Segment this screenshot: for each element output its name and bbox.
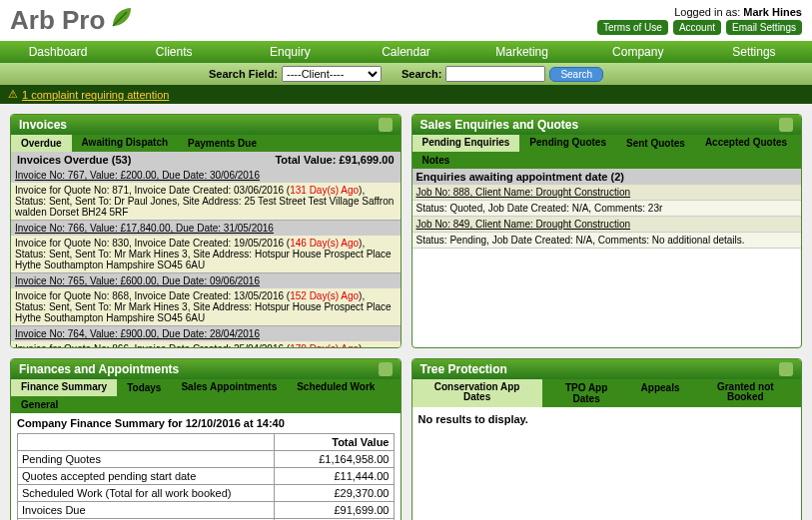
search-button[interactable]: Search: [549, 67, 603, 82]
top-bar: Arb Pro Logged in as: Mark Hines Terms o…: [0, 0, 812, 41]
logged-in-text: Logged in as: Mark Hines: [595, 6, 802, 18]
nav-marketing[interactable]: Marketing: [464, 45, 580, 59]
app-name: Arb Pro: [10, 5, 105, 36]
app-logo: Arb Pro: [10, 4, 135, 37]
tree-header: Tree Protection: [412, 359, 802, 379]
enquiry-job-row[interactable]: Job No: 888, Client Name: Drought Constr…: [412, 185, 802, 201]
tree-tabs: Conservation App Dates TPO App Dates App…: [412, 379, 802, 407]
header-right: Logged in as: Mark Hines Terms of Use Ac…: [595, 6, 802, 35]
invoice-row-body: Invoice for Quote No: 866, Invoice Date …: [11, 341, 401, 347]
invoices-header: Invoices: [11, 115, 401, 135]
tab-granted-not-booked[interactable]: Granted not Booked: [690, 379, 801, 407]
tab-tpo[interactable]: TPO App Dates: [542, 379, 631, 407]
tab-sales-appointments[interactable]: Sales Appointments: [171, 379, 287, 396]
tab-appeals[interactable]: Appeals: [631, 379, 690, 407]
user-name: Mark Hines: [743, 6, 802, 18]
tab-notes[interactable]: Notes: [412, 152, 460, 169]
alert-bar: ⚠ 1 complaint requiring attention: [0, 85, 812, 104]
invoice-row-head[interactable]: Invoice No: 764, Value: £900.00, Due Dat…: [11, 326, 401, 341]
invoice-row-body: Invoice for Quote No: 871, Invoice Date …: [11, 183, 401, 221]
search-bar: Search Field: ----Client---- Search: Sea…: [0, 63, 812, 85]
finance-body: Company Finance Summary for 12/10/2016 a…: [11, 413, 401, 520]
collapse-icon[interactable]: [379, 118, 393, 132]
tab-awaiting-dispatch[interactable]: Awaiting Dispatch: [72, 135, 179, 152]
invoices-subheader: Invoices Overdue (53) Total Value: £91,6…: [11, 152, 401, 168]
search-label: Search:: [402, 68, 441, 80]
tab-pending-quotes[interactable]: Pending Quotes: [519, 135, 616, 152]
enquiries-subheader: Enquiries awaiting appointment date (2): [412, 169, 802, 185]
finance-row: Pending Quotes£1,164,958.00: [18, 451, 395, 468]
collapse-icon[interactable]: [779, 362, 793, 376]
terms-button[interactable]: Terms of Use: [597, 20, 668, 35]
nav-dashboard[interactable]: Dashboard: [0, 45, 116, 59]
search-field-select[interactable]: ----Client----: [282, 66, 382, 82]
tab-conservation[interactable]: Conservation App Dates: [412, 379, 542, 407]
enquiries-tabs: Pending Enquiries Pending Quotes Sent Qu…: [412, 135, 802, 169]
finance-heading: Company Finance Summary for 12/10/2016 a…: [17, 417, 285, 429]
enquiry-status-row: Status: Quoted, Job Date Created: N/A, C…: [412, 201, 802, 217]
invoices-list[interactable]: Invoice No: 767, Value: £200.00, Due Dat…: [11, 168, 401, 347]
tab-finance-summary[interactable]: Finance Summary: [11, 379, 117, 396]
finance-col-header: Total Value: [274, 434, 394, 451]
no-results-text: No results to display.: [412, 407, 802, 431]
finance-row: Scheduled Work (Total for all work booke…: [18, 485, 395, 502]
tab-overdue[interactable]: Overdue: [11, 135, 72, 152]
enquiries-panel: Sales Enquiries and Quotes Pending Enqui…: [411, 114, 803, 348]
warning-icon: ⚠: [8, 88, 18, 101]
tab-todays[interactable]: Todays: [117, 379, 171, 396]
enquiries-header: Sales Enquiries and Quotes: [412, 115, 802, 135]
tab-general[interactable]: General: [11, 396, 68, 413]
tree-panel: Tree Protection Conservation App Dates T…: [411, 358, 803, 520]
nav-enquiry[interactable]: Enquiry: [232, 45, 348, 59]
invoices-total: Total Value: £91,699.00: [275, 154, 394, 166]
collapse-icon[interactable]: [379, 362, 393, 376]
finance-row: Quotes accepted pending start date£11,44…: [18, 468, 395, 485]
finances-header: Finances and Appointments: [11, 359, 401, 379]
collapse-icon[interactable]: [779, 118, 793, 132]
tab-sent-quotes[interactable]: Sent Quotes: [616, 135, 695, 152]
invoices-tabs: Overdue Awaiting Dispatch Payments Due: [11, 135, 401, 152]
enquiries-list[interactable]: Job No: 888, Client Name: Drought Constr…: [412, 185, 802, 344]
search-field-label: Search Field:: [209, 68, 278, 80]
invoices-panel: Invoices Overdue Awaiting Dispatch Payme…: [10, 114, 402, 348]
main-nav: Dashboard Clients Enquiry Calendar Marke…: [0, 41, 812, 63]
invoice-row-head[interactable]: Invoice No: 766, Value: £17,840.00, Due …: [11, 221, 401, 236]
finances-panel: Finances and Appointments Finance Summar…: [10, 358, 402, 520]
tab-scheduled-work[interactable]: Scheduled Work: [287, 379, 385, 396]
nav-settings[interactable]: Settings: [696, 45, 812, 59]
nav-clients[interactable]: Clients: [116, 45, 232, 59]
account-button[interactable]: Account: [673, 20, 721, 35]
search-input[interactable]: [445, 66, 545, 82]
tab-accepted-quotes[interactable]: Accepted Quotes: [695, 135, 797, 152]
invoice-row-body: Invoice for Quote No: 868, Invoice Date …: [11, 288, 401, 326]
invoice-row-body: Invoice for Quote No: 830, Invoice Date …: [11, 236, 401, 273]
invoices-count: Invoices Overdue (53): [17, 154, 131, 166]
finance-row: Invoices Due£91,699.00: [18, 502, 395, 519]
invoice-row-head[interactable]: Invoice No: 767, Value: £200.00, Due Dat…: [11, 168, 401, 183]
enquiry-status-row: Status: Pending, Job Date Created: N/A, …: [412, 233, 802, 249]
nav-calendar[interactable]: Calendar: [348, 45, 463, 59]
finances-tabs: Finance Summary Todays Sales Appointment…: [11, 379, 401, 413]
email-settings-button[interactable]: Email Settings: [726, 20, 802, 35]
tab-pending-enquiries[interactable]: Pending Enquiries: [412, 135, 520, 152]
dashboard-grid: Invoices Overdue Awaiting Dispatch Payme…: [0, 104, 812, 520]
finance-table: Total Value Pending Quotes£1,164,958.00Q…: [17, 433, 395, 520]
enquiry-job-row[interactable]: Job No: 849, Client Name: Drought Constr…: [412, 217, 802, 233]
invoice-row-head[interactable]: Invoice No: 765, Value: £600.00, Due Dat…: [11, 273, 401, 288]
nav-company[interactable]: Company: [580, 45, 696, 59]
alert-link[interactable]: 1 complaint requiring attention: [22, 89, 169, 101]
leaf-icon: [109, 4, 135, 37]
tab-payments-due[interactable]: Payments Due: [178, 135, 267, 152]
